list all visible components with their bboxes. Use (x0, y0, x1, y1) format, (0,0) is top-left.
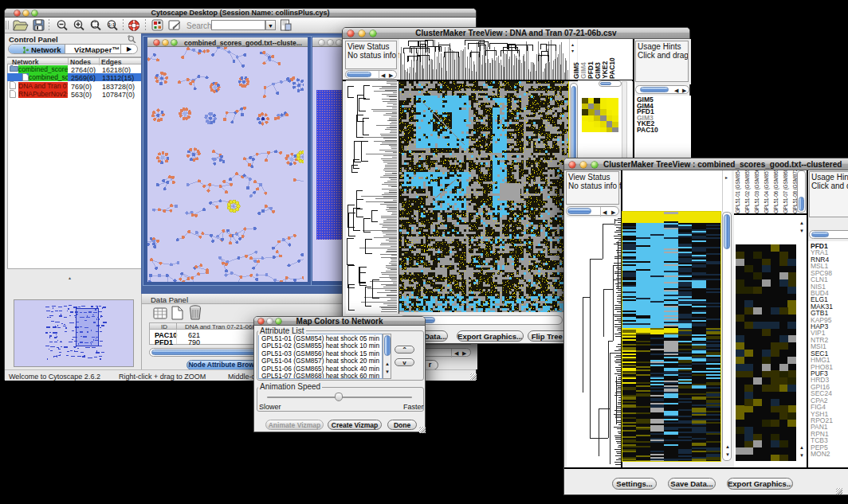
svg-text:1:1: 1:1 (108, 22, 116, 27)
